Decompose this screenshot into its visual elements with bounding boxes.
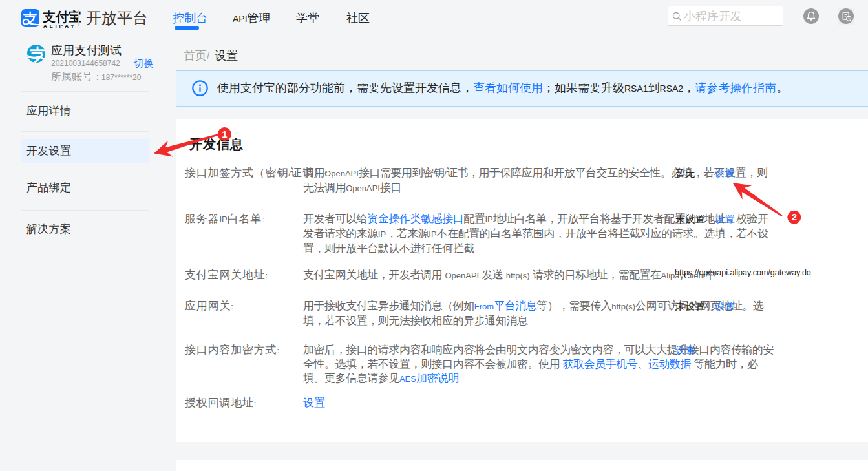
svg-text:1: 1 — [222, 129, 227, 140]
svg-text:2: 2 — [792, 211, 797, 222]
